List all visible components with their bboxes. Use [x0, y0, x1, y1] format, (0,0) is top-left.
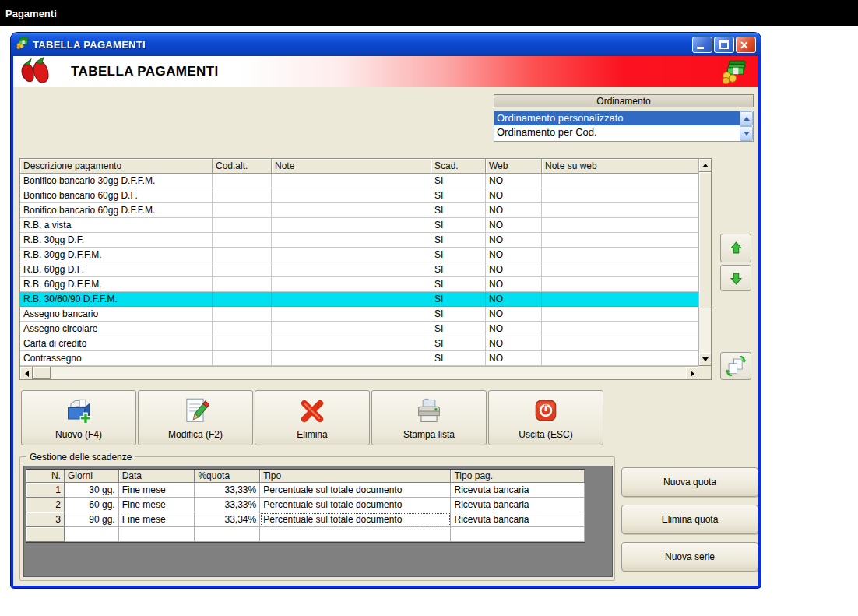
cell-note — [272, 351, 431, 366]
cell-web: NO — [486, 351, 542, 366]
payment-row[interactable]: ContrassegnoSINO — [20, 351, 711, 366]
payment-row[interactable]: Assegno circolareSINO — [20, 322, 711, 336]
scadenze-groupbox: Gestione delle scadenze N. Giorni Data %… — [19, 456, 615, 581]
window-titlebar: TABELLA PAGAMENTI ✕ — [11, 33, 761, 56]
cell-label: Ordinamento personalizzato — [494, 111, 740, 125]
scadenza-row[interactable] — [26, 527, 585, 542]
close-icon: ✕ — [740, 39, 749, 51]
window-body: TABELLA PAGAMENTI Ordinamento Ordinament… — [13, 56, 758, 586]
ordinamento-scrollbar[interactable] — [740, 111, 753, 141]
cell-cod_alt — [213, 218, 272, 233]
maximize-icon — [719, 40, 729, 49]
vertical-scrollbar[interactable] — [698, 159, 711, 366]
payment-row[interactable]: R.B. 30/60/90 D.F.F.M.SINO — [20, 292, 711, 307]
payment-row[interactable]: Assegno bancarioSINO — [20, 307, 711, 322]
cell-quota — [195, 527, 260, 542]
payment-row[interactable]: R.B. 30gg D.F.F.M.SINO — [20, 248, 711, 262]
column-header-scad[interactable]: Scad. — [431, 159, 486, 174]
move-down-button[interactable] — [720, 265, 751, 291]
scroll-down-icon[interactable] — [740, 126, 753, 141]
horizontal-scroll-thumb[interactable] — [33, 367, 51, 379]
cell-note — [272, 248, 431, 262]
cell-cod_alt — [213, 262, 272, 277]
maximize-button[interactable] — [714, 37, 734, 53]
column-header-descrizione[interactable]: Descrizione pagamento — [20, 159, 213, 174]
cell-scad: SI — [431, 336, 486, 351]
uscita-button[interactable]: Uscita (ESC) — [488, 390, 603, 445]
payment-row[interactable]: R.B. a vistaSINO — [20, 218, 711, 233]
refresh-list-button[interactable] — [720, 352, 751, 380]
cell-quota: 33,33% — [195, 483, 260, 498]
cell-web: NO — [486, 188, 542, 203]
ordinamento-option[interactable]: Ordinamento per Cod. — [494, 125, 740, 139]
close-button[interactable]: ✕ — [736, 37, 756, 53]
column-header-web[interactable]: Web — [486, 159, 542, 174]
cell-data: Fine mese — [119, 483, 195, 498]
cell-n: 3 — [26, 512, 65, 527]
column-header-cod-alt[interactable]: Cod.alt. — [213, 159, 272, 174]
scadenza-row[interactable]: 130 gg.Fine mese33,33%Percentuale sul to… — [26, 483, 585, 498]
payment-row[interactable]: Bonifico bancario 60gg D.F.F.M.SINO — [20, 203, 711, 218]
column-header-tipo: Tipo — [260, 470, 451, 483]
payment-row[interactable]: R.B. 30gg D.F.SINO — [20, 233, 711, 248]
move-up-button[interactable] — [720, 234, 751, 262]
modifica-button[interactable]: Modifica (F2) — [138, 390, 253, 445]
cell-note_su_web — [542, 292, 698, 307]
cell-web: NO — [486, 174, 542, 188]
payment-row[interactable]: Bonifico bancario 60gg D.F.SINO — [20, 188, 711, 203]
column-header-note-su-web[interactable]: Note su web — [542, 159, 698, 174]
scroll-up-icon[interactable] — [740, 111, 753, 126]
payments-table-body: Bonifico bancario 30gg D.F.F.M.SINOBonif… — [20, 174, 711, 366]
cell-descrizione: R.B. 30/60/90 D.F.F.M. — [20, 292, 213, 307]
payment-row[interactable]: Carta di creditoSINO — [20, 336, 711, 351]
new-record-icon — [64, 397, 93, 430]
scadenze-panel: N. Giorni Data %quota Tipo Tipo pag. 130… — [23, 466, 613, 577]
payment-row[interactable]: R.B. 60gg D.F.SINO — [20, 262, 711, 277]
scrollbar-corner — [698, 366, 711, 379]
scadenza-row[interactable]: 390 gg.Fine mese33,34%Percentuale sul to… — [26, 512, 585, 527]
cell-note_su_web — [542, 233, 698, 248]
cell-web: NO — [486, 292, 542, 307]
horizontal-scrollbar[interactable] — [20, 366, 698, 379]
cell-note — [272, 233, 431, 248]
ordinamento-option[interactable]: Ordinamento personalizzato — [494, 111, 740, 125]
scroll-down-icon[interactable] — [699, 353, 712, 366]
elimina-quota-button[interactable]: Elimina quota — [621, 505, 758, 534]
scadenza-row[interactable]: 260 gg.Fine mese33,33%Percentuale sul to… — [26, 498, 585, 512]
refresh-pages-icon — [726, 356, 746, 376]
scroll-up-icon[interactable] — [699, 159, 712, 172]
cell-web: NO — [486, 336, 542, 351]
payment-row[interactable]: R.B. 60gg D.F.F.M.SINO — [20, 277, 711, 292]
payment-row[interactable]: Bonifico bancario 30gg D.F.F.M.SINO — [20, 174, 711, 188]
cell-note_su_web — [542, 351, 698, 366]
cell-descrizione: Carta di credito — [20, 336, 213, 351]
cell-web: NO — [486, 277, 542, 292]
cell-cod_alt — [213, 336, 272, 351]
app-window: TABELLA PAGAMENTI ✕ TABELLA PAGAMENTI — [11, 33, 761, 588]
nuova-serie-button[interactable]: Nuova serie — [621, 542, 758, 572]
column-header-note[interactable]: Note — [272, 159, 431, 174]
scroll-left-icon[interactable] — [20, 367, 33, 380]
minimize-button[interactable] — [692, 37, 712, 53]
cell-tipo_pag — [451, 527, 585, 542]
cell-cod_alt — [213, 292, 272, 307]
cell-web: NO — [486, 248, 542, 262]
cell-note_su_web — [542, 248, 698, 262]
elimina-button[interactable]: Elimina — [255, 390, 370, 445]
page-title: TABELLA PAGAMENTI — [71, 64, 219, 79]
nuova-quota-button[interactable]: Nuova quota — [621, 467, 758, 497]
cell-label: Ordinamento per Cod. — [494, 125, 740, 139]
cell-cod_alt — [213, 188, 272, 203]
nuovo-button[interactable]: Nuovo (F4) — [21, 390, 136, 445]
cell-tipo: Percentuale sul totale documento — [260, 483, 451, 498]
cell-quota: 33,34% — [195, 512, 260, 527]
cell-tipo_pag: Ricevuta bancaria — [451, 498, 585, 512]
cell-descrizione: R.B. 30gg D.F. — [20, 233, 213, 248]
vertical-scroll-thumb[interactable] — [699, 172, 712, 308]
stampa-button[interactable]: Stampa lista — [371, 390, 487, 445]
scroll-right-icon[interactable] — [686, 367, 698, 380]
green-down-arrow-icon — [730, 272, 743, 285]
cell-web: NO — [486, 322, 542, 336]
cell-quota: 33,33% — [195, 498, 260, 512]
cell-data — [119, 527, 195, 542]
